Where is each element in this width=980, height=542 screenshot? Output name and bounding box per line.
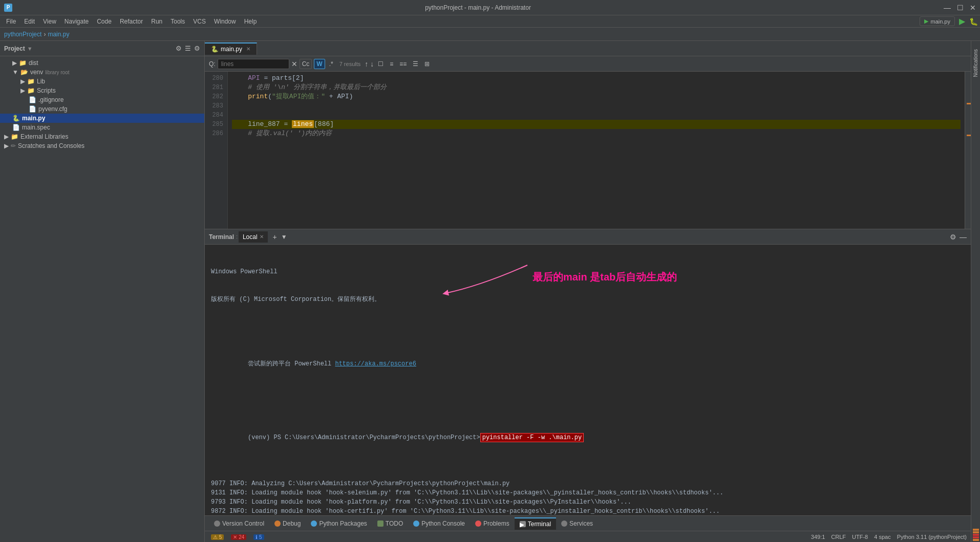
tree-item-mainpy[interactable]: 🐍 main.py	[0, 114, 204, 123]
bottom-tab-todo[interactable]: TODO	[372, 518, 408, 529]
run-config[interactable]: ▶ main.py	[920, 16, 955, 26]
sidebar-tool-2[interactable]: ☰	[185, 45, 191, 52]
search-close-button[interactable]: ✕	[291, 60, 297, 68]
terminal-prompt: (venv) PS C:\Users\Administrator\Pycharm…	[248, 434, 480, 441]
bottom-tab-debug[interactable]: Debug	[269, 518, 306, 529]
menu-file[interactable]: File	[2, 17, 20, 26]
code-content[interactable]: API = parts[2] # 使用 '\n' 分割字符串，并取最后一个部分 …	[228, 72, 965, 229]
search-options-button[interactable]: ≡	[388, 59, 395, 69]
terminal-new-feature-text: 尝试新的跨平台 PowerShell	[248, 360, 335, 367]
menu-refactor[interactable]: Refactor	[116, 17, 147, 26]
menu-navigate[interactable]: Navigate	[60, 17, 93, 26]
status-position[interactable]: 349:1	[811, 534, 825, 540]
bottom-tab-packages[interactable]: Python Packages	[306, 518, 372, 529]
bottom-tab-label: Python Console	[421, 520, 465, 527]
tree-item-scratches[interactable]: ▶ ✏ Scratches and Consoles	[0, 141, 204, 150]
todo-icon	[377, 521, 384, 527]
search-next-button[interactable]: ↓	[370, 60, 374, 68]
tree-item-scripts[interactable]: ▶ 📁 Scripts	[0, 86, 204, 95]
search-prev-button[interactable]: ↑	[365, 60, 368, 68]
search-extra-button[interactable]: ⊞	[422, 59, 432, 69]
sidebar-dropdown-icon[interactable]: ▼	[27, 46, 33, 52]
tree-item-label: .gitignore	[38, 96, 63, 103]
breadcrumb-project[interactable]: pythonProject	[4, 31, 41, 38]
python-file-icon: 🐍	[12, 115, 20, 122]
tree-item-venv[interactable]: ▼ 📂 venv library root	[0, 68, 204, 77]
status-encoding[interactable]: UTF-8	[852, 534, 868, 540]
tree-item-pyvenv[interactable]: 📄 pyvenv.cfg	[0, 104, 204, 114]
search-case-button[interactable]: Cc	[300, 59, 312, 69]
menu-tools[interactable]: Tools	[166, 17, 189, 26]
tree-item-label: External Libraries	[20, 133, 68, 140]
terminal-minimize-button[interactable]: —	[960, 233, 967, 241]
tree-expand-icon: ▶	[4, 133, 9, 140]
line-number: 282	[205, 92, 223, 101]
status-bar: ⚠ 5 ✕ 24 ℹ 5 349:1 CRLF UTF-8 4 spac Pyt…	[205, 531, 971, 542]
sidebar-header: Project ▼ ⚙ ☰ ⚙	[0, 41, 204, 56]
menu-help[interactable]: Help	[240, 17, 261, 26]
run-button[interactable]: ▶	[959, 16, 965, 26]
tree-expand-icon: ▶	[12, 59, 17, 67]
notifications-label[interactable]: Notifications	[972, 47, 979, 79]
bottom-tab-label: Python Packages	[319, 520, 367, 527]
line-numbers: 280 281 282 283 284 285 286	[205, 72, 228, 229]
bottom-tab-services[interactable]: Services	[556, 518, 598, 529]
tree-item-gitignore[interactable]: 📄 .gitignore	[0, 95, 204, 104]
debug-button[interactable]: 🐛	[969, 17, 978, 26]
breadcrumb-file[interactable]: main.py	[48, 31, 69, 38]
menu-vcs[interactable]: VCS	[189, 17, 210, 26]
tree-item-ext-libs[interactable]: ▶ 📁 External Libraries	[0, 132, 204, 141]
editor-tab-mainpy[interactable]: 🐍 main.py ✕	[205, 42, 257, 55]
tree-item-lib[interactable]: ▶ 📁 Lib	[0, 77, 204, 86]
menu-view[interactable]: View	[39, 17, 60, 26]
gutter-marker-warning	[973, 531, 979, 533]
menu-code[interactable]: Code	[93, 17, 116, 26]
search-regex-button[interactable]: .*	[327, 59, 335, 69]
line-number: 286	[205, 129, 223, 138]
status-errors[interactable]: ✕ 24	[229, 534, 248, 540]
sidebar-tool-3[interactable]: ⚙	[194, 45, 200, 52]
terminal-tab-dropdown[interactable]: ▼	[281, 233, 287, 241]
search-filter-button[interactable]: ☰	[411, 59, 420, 69]
tab-close-button[interactable]: ✕	[246, 46, 250, 52]
bottom-tab-problems[interactable]: Problems	[470, 518, 515, 529]
terminal-tools: ⚙ —	[950, 233, 967, 241]
menu-edit[interactable]: Edit	[20, 17, 39, 26]
maximize-button[interactable]: ☐	[957, 4, 964, 12]
search-more-button[interactable]: ≡≡	[397, 59, 409, 69]
terminal-settings-button[interactable]: ⚙	[950, 233, 956, 241]
terminal-link[interactable]: https://aka.ms/pscore6	[335, 360, 416, 367]
minimize-button[interactable]: —	[944, 4, 951, 12]
tree-item-mainspec[interactable]: 📄 main.spec	[0, 123, 204, 132]
search-context-button[interactable]: ☐	[376, 59, 386, 69]
status-hints[interactable]: ℹ 5	[251, 534, 266, 540]
terminal-line	[211, 322, 965, 332]
bottom-tab-python-console[interactable]: Python Console	[408, 518, 470, 529]
tree-item-dist[interactable]: ▶ 📁 dist	[0, 58, 204, 68]
terminal-tab-close[interactable]: ✕	[260, 234, 264, 240]
line-number: 283	[205, 101, 223, 111]
run-config-name: main.py	[930, 18, 950, 25]
terminal-local-tab[interactable]: Local ✕	[239, 231, 268, 243]
bottom-tab-label: TODO	[386, 520, 403, 527]
search-word-button[interactable]: W	[314, 59, 325, 69]
bottom-tab-vc[interactable]: Version Control	[209, 518, 269, 529]
search-input[interactable]	[218, 59, 289, 69]
menu-run[interactable]: Run	[147, 17, 166, 26]
window-controls[interactable]: — ☐ ✕	[944, 4, 976, 12]
status-spaces[interactable]: 4 spac	[874, 534, 890, 540]
code-line-highlighted: line_887 = lines[886]	[232, 120, 961, 129]
status-warnings[interactable]: ⚠ 5	[209, 534, 226, 540]
status-right: 349:1 CRLF UTF-8 4 spac Python 3.11 (pyt…	[811, 534, 967, 540]
sidebar-tool-1[interactable]: ⚙	[176, 45, 182, 52]
code-line	[232, 111, 961, 120]
bottom-tab-terminal[interactable]: ▶ Terminal	[515, 517, 556, 530]
status-crlf[interactable]: CRLF	[831, 534, 846, 540]
gutter-marker-warning	[973, 539, 979, 541]
terminal-content[interactable]: Windows PowerShell 版权所有 (C) Microsoft Co…	[205, 245, 971, 515]
close-button[interactable]: ✕	[970, 4, 976, 12]
menu-window[interactable]: Window	[210, 17, 240, 26]
terminal-add-tab[interactable]: +	[270, 232, 280, 242]
status-python-version[interactable]: Python 3.11 (pythonProject)	[897, 534, 967, 540]
tree-item-label: Lib	[37, 78, 45, 85]
